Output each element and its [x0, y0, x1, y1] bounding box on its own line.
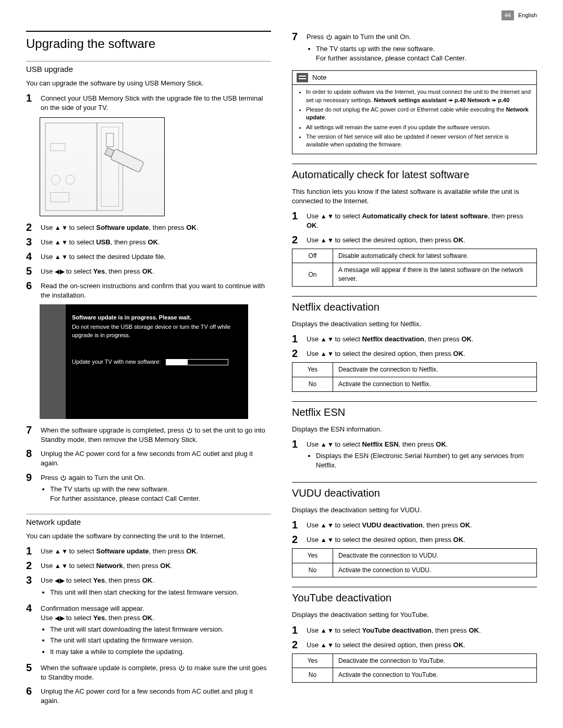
vudu-step-1: Use ▲ ▼ to select VUDU deactivation, the… — [307, 519, 537, 530]
net-step-2: Use ▲ ▼ to select Network, then press OK… — [41, 560, 271, 571]
arrow-icon: ➠ — [492, 96, 496, 104]
vudu-intro: Displays the deactivation setting for VU… — [292, 505, 537, 515]
tv-msg-2: Do not remove the USB storage device or … — [72, 323, 242, 339]
updown-icon: ▲ ▼ — [321, 536, 333, 544]
progress-bar — [166, 359, 228, 365]
usb-step-6: Read the on-screen instructions and conf… — [41, 280, 271, 300]
leftright-icon: ◀ ▶ — [55, 577, 64, 584]
table-row: NoActivate the connection to VUDU. — [292, 563, 537, 577]
tv-update-label: Update your TV with new software: — [72, 358, 161, 366]
nfx-step-2: Use ▲ ▼ to select the desired option, th… — [307, 348, 537, 359]
tv-msg-1: Software update is in progress. Please w… — [72, 314, 242, 322]
updown-icon: ▲ ▼ — [321, 336, 333, 343]
note-box: Note In order to update software via the… — [292, 70, 537, 154]
page-number: 44 — [501, 10, 514, 20]
usb-step-2: Use ▲ ▼ to select Software update, then … — [41, 221, 271, 232]
nfx-options-table: YesDeactivate the connection to Netflix.… — [292, 362, 537, 392]
svg-rect-9 — [51, 192, 69, 202]
svg-point-8 — [66, 175, 75, 184]
yt-intro: Displays the deactivation setting for Yo… — [292, 610, 537, 620]
heading-netflix-deactivation: Netflix deactivation — [292, 296, 537, 314]
heading-network-update: Network update — [26, 514, 271, 527]
updown-icon: ▲ ▼ — [55, 548, 67, 555]
vudu-options-table: YesDeactivate the connection to VUDU. No… — [292, 548, 537, 578]
net-step-4: Confirmation message will appear. Use ◀ … — [41, 602, 271, 659]
net-step-7-bullet: The TV starts up with the new software.F… — [316, 44, 537, 63]
heading-upgrading-software: Upgrading the software — [26, 31, 271, 53]
right-column: 7 Press again to Turn the unit On. The T… — [292, 26, 537, 709]
usb-step-1: Connect your USB Memory Stick with the u… — [41, 92, 271, 113]
heading-auto-check: Automatically check for latest software — [292, 164, 537, 182]
tv-screen-figure: Software update is in progress. Please w… — [40, 304, 248, 419]
table-row: OnA message will appear if there is the … — [292, 263, 537, 287]
updown-icon: ▲ ▼ — [321, 441, 333, 448]
page-language: English — [518, 11, 537, 19]
power-icon — [60, 475, 67, 482]
usb-step-3: Use ▲ ▼ to select USB, then press OK. — [41, 236, 271, 247]
note-item-3: All settings will remain the same even i… — [306, 124, 531, 131]
note-label: Note — [312, 73, 326, 82]
svg-rect-6 — [51, 143, 65, 151]
power-icon — [326, 34, 333, 41]
power-icon — [186, 427, 193, 434]
network-intro: You can update the software by connectin… — [26, 532, 271, 541]
note-icon — [297, 73, 308, 82]
leftright-icon: ◀ ▶ — [55, 614, 64, 622]
usb-figure — [40, 117, 165, 216]
svg-rect-0 — [45, 122, 97, 210]
power-icon — [178, 665, 185, 672]
usb-intro: You can upgrade the software by using US… — [26, 79, 271, 88]
updown-icon: ▲ ▼ — [321, 522, 333, 529]
heading-netflix-esn: Netflix ESN — [292, 401, 537, 419]
note-item-1: In order to update software via the Inte… — [306, 88, 531, 104]
svg-rect-4 — [111, 149, 144, 172]
updown-icon: ▲ ▼ — [321, 213, 333, 220]
leftright-icon: ◀ ▶ — [55, 268, 64, 275]
usb-step-5: Use ◀ ▶ to select Yes, then press OK. — [41, 265, 271, 276]
note-item-4: The version of Net service will also be … — [306, 133, 531, 149]
left-column: Upgrading the software USB upgrade You c… — [26, 26, 271, 709]
heading-vudu-deactivation: VUDU deactivation — [292, 482, 537, 500]
heading-usb-upgrade: USB upgrade — [26, 61, 271, 75]
network-steps: 1Use ▲ ▼ to select Software update, then… — [26, 545, 271, 706]
updown-icon: ▲ ▼ — [55, 239, 67, 246]
yt-step-1: Use ▲ ▼ to select YouTube deactivation, … — [307, 624, 537, 635]
net-step-5: When the software update is complete, pr… — [41, 662, 271, 682]
net-step-4-bullet-3: It may take a while to complete the upda… — [50, 647, 271, 657]
updown-icon: ▲ ▼ — [55, 224, 67, 231]
esn-bullet: Displays the ESN (Electronic Serial Numb… — [316, 451, 537, 470]
nfx-step-1: Use ▲ ▼ to select Netflix deactivation, … — [307, 333, 537, 344]
net-step-4-bullet-2: The unit will start updating the firmwar… — [50, 636, 271, 645]
yt-options-table: YesDeactivate the connection to YouTube.… — [292, 653, 537, 683]
net-step-3: Use ◀ ▶ to select Yes, then press OK. Th… — [41, 574, 271, 599]
table-row: YesDeactivate the connection to VUDU. — [292, 548, 537, 563]
updown-icon: ▲ ▼ — [55, 253, 67, 261]
table-row: NoActivate the connection to YouTube. — [292, 668, 537, 683]
table-row: NoActivate the connection to Netflix. — [292, 377, 537, 392]
usb-step-9: Press again to Turn the unit On. The TV … — [41, 472, 271, 506]
table-row: YesDeactivate the connection to YouTube. — [292, 653, 537, 668]
net-step-3-bullet: This unit will then start checking for t… — [50, 588, 271, 597]
svg-rect-2 — [101, 127, 119, 206]
auto-options-table: OffDisable automatically check for lates… — [292, 249, 537, 287]
usb-step-8: Unplug the AC power cord for a few secon… — [41, 448, 271, 468]
updown-icon: ▲ ▼ — [321, 641, 333, 649]
usb-steps: 1Connect your USB Memory Stick with the … — [26, 92, 271, 113]
page-header: 44 English — [26, 10, 537, 20]
usb-step-7: When the software upgrade is completed, … — [41, 424, 271, 445]
table-row: OffDisable automatically check for lates… — [292, 249, 537, 263]
svg-point-7 — [51, 175, 60, 184]
net-step-4-bullet-1: The unit will start downloading the late… — [50, 625, 271, 634]
svg-rect-3 — [106, 133, 114, 146]
heading-youtube-deactivation: YouTube deactivation — [292, 587, 537, 605]
esn-intro: Displays the ESN information. — [292, 425, 537, 434]
updown-icon: ▲ ▼ — [321, 237, 333, 244]
esn-step-1: Use ▲ ▼ to select Netflix ESN, then pres… — [307, 438, 537, 473]
usb-step-9-bullet: The TV starts up with the new software.F… — [50, 485, 271, 503]
usb-step-4: Use ▲ ▼ to select the desired Update fil… — [41, 251, 271, 262]
note-item-2: Please do not unplug the AC power cord o… — [306, 106, 531, 122]
updown-icon: ▲ ▼ — [321, 350, 333, 357]
nfx-intro: Displays the deactivation setting for Ne… — [292, 319, 537, 329]
net-step-1: Use ▲ ▼ to select Software update, then … — [41, 545, 271, 556]
yt-step-2: Use ▲ ▼ to select the desired option, th… — [307, 639, 537, 650]
